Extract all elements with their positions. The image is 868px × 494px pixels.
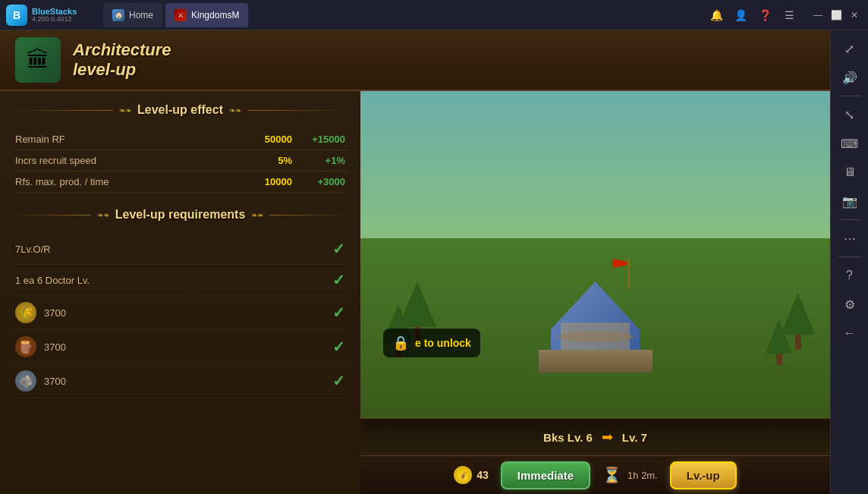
coin-area: 💰 43 [454,466,489,484]
bluestacks-icon: B [6,5,27,26]
req-row-stone: 🪨 3700 ✓ [12,364,348,398]
scene-path [558,331,634,342]
req-check-wheat: ✓ [332,304,345,322]
help-icon[interactable]: ❓ [756,6,774,24]
hourglass-icon: ⏳ [602,466,621,484]
help-sidebar-icon[interactable]: ? [838,263,862,288]
header-banner: 🏛 Architecturelevel-up [0,30,830,91]
deco-right-1: ❧❧ [229,106,241,115]
req-row-doctor: 1 ea 6 Doctor Lv. ✓ [12,265,348,296]
close-button[interactable]: ✕ [847,8,862,23]
tree-right-2 [766,319,792,365]
more-options-icon[interactable]: ⋯ [838,226,862,250]
main-area: 🏛 Architecturelevel-up ❧❧ Level-up effec… [0,30,868,494]
tab-home[interactable]: 🏠 Home [103,3,162,27]
req-header-line-left [12,215,91,216]
req-label-doctor: 1 ea 6 Doctor Lv. [15,275,332,286]
architecture-icon: 🏛 [15,37,61,83]
right-sidebar: ⤢ 🔊 ⤡ ⌨ 🖥 📷 ⋯ ? ⚙ ← [830,30,868,494]
home-tab-icon: 🏠 [112,9,124,21]
req-check-stone: ✓ [332,372,345,390]
app-version: 4.200.0.4012 [32,16,77,24]
account-icon[interactable]: 👤 [731,6,750,24]
rotate-icon[interactable]: ⤡ [838,102,862,127]
left-panel: ❧❧ Level-up effect ❧❧ Remain RF 50000 +1… [0,91,360,494]
req-row-level: 7Lv.O/R ✓ [12,234,348,265]
req-check-doctor: ✓ [332,271,345,289]
volume-icon[interactable]: 🔊 [838,65,862,90]
action-bar: 💰 43 Immediate ⏳ 1h 2m. Lv.-up [360,456,830,494]
level-next: Lv. 7 [622,431,647,444]
game-scene: 🔒 e to unlock [360,91,830,418]
requirements-header: ❧❧ Level-up requirements ❧❧ [12,208,348,222]
req-deco-left: ❧❧ [97,211,109,219]
tab-game[interactable]: ⚔ KingdomsM [165,3,248,27]
lock-text: e to unlock [415,337,471,349]
page-title: Architecturelevel-up [73,40,171,80]
stat-label-recruit-speed: Incrs recruit speed [15,155,239,166]
level-effect-title: Level-up effect [137,103,223,117]
sidebar-divider-2 [838,219,861,220]
video-icon[interactable]: 📷 [838,189,862,213]
home-tab-label: Home [129,10,153,20]
scene-sky [360,91,830,255]
lock-overlay: 🔒 e to unlock [383,329,480,357]
stat-delta-max-prod: +3000 [292,176,345,187]
keyboard-icon[interactable]: ⌨ [838,131,862,156]
stat-value-remain-rf: 50000 [239,134,292,145]
stat-delta-remain-rf: +15000 [292,134,345,145]
req-label-wheat: 3700 [44,307,332,319]
requirements-title: Level-up requirements [115,208,246,222]
monitor-icon[interactable]: 🖥 [838,160,862,184]
req-label-wood: 3700 [44,341,332,353]
wood-icon: 🪵 [15,336,36,357]
app-logo: B BlueStacks 4.200.0.4012 [6,5,97,26]
header-building-icon: 🏛 [15,37,61,83]
level-bar: Bks Lv. 6 ➡ Lv. 7 [360,418,830,456]
back-sidebar-icon[interactable]: ← [838,321,862,345]
timer-area: ⏳ 1h 2m. [602,466,658,484]
header-line-left [12,110,113,111]
req-header-line-right [269,215,348,216]
stats-table: Remain RF 50000 +15000 Incrs recruit spe… [12,129,348,193]
coin-amount: 43 [476,469,489,481]
wheat-icon: 🌾 [15,302,36,323]
sidebar-divider-1 [838,96,861,96]
level-effect-header: ❧❧ Level-up effect ❧❧ [12,103,348,117]
req-check-wood: ✓ [332,338,345,356]
flag-pole [627,259,630,289]
menu-icon[interactable]: ☰ [780,6,798,24]
stat-value-recruit-speed: 5% [239,155,292,166]
right-panel: 🔒 e to unlock Bks Lv. 6 ➡ Lv. 7 💰 43 [360,91,830,494]
minimize-button[interactable]: — [810,8,826,23]
maximize-button[interactable]: ⬜ [829,8,844,23]
game-building [539,282,653,373]
req-deco-right: ❧❧ [251,211,263,219]
game-tab-label: KingdomsM [191,10,239,20]
stat-value-max-prod: 10000 [239,176,292,187]
timer-label: 1h 2m. [627,470,658,481]
game-tab-icon: ⚔ [175,9,187,21]
stat-delta-recruit-speed: +1% [292,155,345,166]
window-controls: — ⬜ ✕ [810,8,862,23]
stone-icon: 🪨 [15,370,36,392]
req-label-stone: 3700 [44,376,332,387]
notification-icon[interactable]: 🔔 [707,6,725,24]
panels-row: ❧❧ Level-up effect ❧❧ Remain RF 50000 +1… [0,91,830,494]
level-arrow: ➡ [602,429,613,445]
gear-sidebar-icon[interactable]: ⚙ [838,292,862,316]
header-line-right [247,110,348,111]
topbar-controls: 🔔 👤 ❓ ☰ — ⬜ ✕ [707,6,862,24]
tab-area: 🏠 Home ⚔ KingdomsM [103,3,707,27]
req-label-level: 7Lv.O/R [15,244,332,255]
stat-row-max-prod: Rfs. max. prod. / time 10000 +3000 [12,171,348,193]
req-row-wheat: 🌾 3700 ✓ [12,296,348,330]
levelup-button[interactable]: Lv.-up [670,461,737,489]
app-name: BlueStacks [32,7,77,16]
stat-label-remain-rf: Remain RF [15,134,239,145]
header-title: Architecturelevel-up [73,40,171,80]
immediate-button[interactable]: Immediate [501,461,590,489]
building-base [539,350,653,373]
stat-row-remain-rf: Remain RF 50000 +15000 [12,129,348,150]
expand-icon[interactable]: ⤢ [838,36,862,61]
